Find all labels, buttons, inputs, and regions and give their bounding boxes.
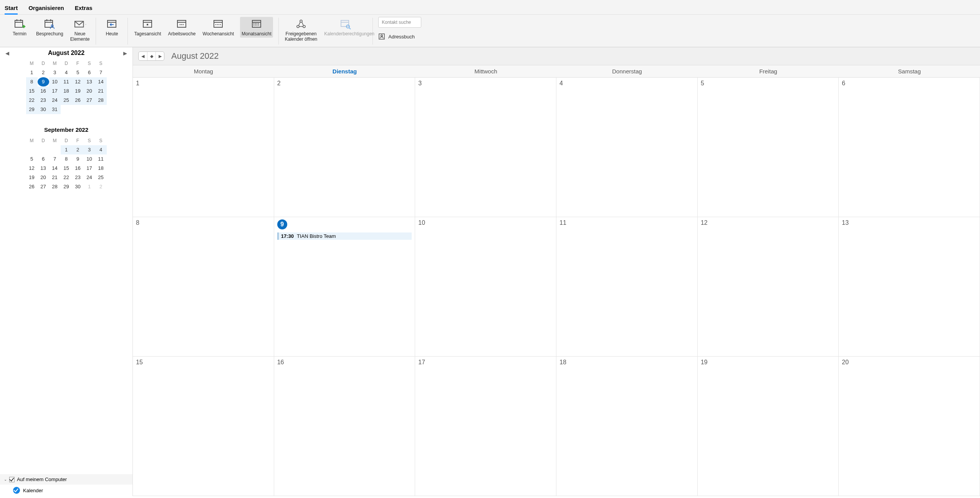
mini-day[interactable]: 27: [84, 96, 95, 105]
mini-day[interactable]: 29: [61, 182, 72, 191]
mini-day[interactable]: 1: [61, 145, 72, 154]
mini-day[interactable]: 17: [49, 86, 61, 96]
tab-start[interactable]: Start: [5, 3, 18, 14]
mini-day[interactable]: 11: [95, 154, 107, 164]
day-cell[interactable]: 1: [133, 78, 274, 217]
mini-day[interactable]: 3: [49, 68, 61, 77]
tab-extras[interactable]: Extras: [75, 3, 93, 14]
day-cell[interactable]: 12: [698, 217, 839, 357]
mini-day[interactable]: 8: [26, 77, 38, 86]
week-view-button[interactable]: Wochenansicht: [202, 17, 235, 38]
mini-day[interactable]: 24: [49, 96, 61, 105]
mini-day[interactable]: 16: [38, 86, 49, 96]
mini-day[interactable]: 5: [72, 68, 84, 77]
day-cell[interactable]: 15: [133, 357, 274, 496]
mini-day[interactable]: 1: [26, 68, 38, 77]
mini-day[interactable]: 15: [26, 86, 38, 96]
mini-day[interactable]: 7: [95, 68, 107, 77]
mini-day[interactable]: 3: [84, 145, 95, 154]
day-cell[interactable]: 11: [556, 217, 698, 357]
day-cell[interactable]: 18: [556, 357, 698, 496]
prev-month-button[interactable]: ◀: [139, 52, 147, 60]
workweek-view-button[interactable]: Arbeitswoche: [167, 17, 196, 38]
day-cell[interactable]: 4: [556, 78, 698, 217]
mini-day[interactable]: 12: [26, 164, 38, 173]
mini-day[interactable]: 30: [38, 105, 49, 114]
mini-day[interactable]: 14: [49, 164, 61, 173]
mini-day[interactable]: 26: [72, 96, 84, 105]
today-button[interactable]: Heute: [101, 17, 122, 38]
day-cell[interactable]: 3: [415, 78, 556, 217]
mini-day[interactable]: 9: [72, 154, 84, 164]
calendar-group-checkbox[interactable]: [9, 477, 15, 482]
mini-day[interactable]: 13: [38, 164, 49, 173]
mini-day[interactable]: 15: [61, 164, 72, 173]
tab-organisieren[interactable]: Organisieren: [28, 3, 64, 14]
day-cell[interactable]: 6: [839, 78, 980, 217]
mini-prev-month-button[interactable]: ◀: [5, 50, 9, 56]
mini-day[interactable]: 21: [49, 173, 61, 182]
day-cell[interactable]: 10: [415, 217, 556, 357]
calendar-permissions-button[interactable]: Kalenderberechtigungen: [323, 17, 367, 38]
new-meeting-button[interactable]: Besprechung: [35, 17, 64, 38]
mini-day[interactable]: 2: [72, 145, 84, 154]
month-view-button[interactable]: Monatsansicht: [240, 17, 273, 38]
mini-day[interactable]: 2: [95, 182, 107, 191]
mini-day[interactable]: 14: [95, 77, 107, 86]
mini-day[interactable]: 27: [38, 182, 49, 191]
goto-today-button[interactable]: ◆: [147, 52, 156, 60]
mini-day[interactable]: 25: [61, 96, 72, 105]
day-cell[interactable]: 17: [415, 357, 556, 496]
mini-day[interactable]: 7: [49, 154, 61, 164]
contact-search-input[interactable]: Kontakt suche: [378, 17, 421, 28]
mini-day[interactable]: 30: [72, 182, 84, 191]
mini-day[interactable]: 31: [49, 105, 61, 114]
mini-day[interactable]: 1: [84, 182, 95, 191]
mini-day[interactable]: 28: [95, 96, 107, 105]
mini-day[interactable]: 17: [84, 164, 95, 173]
mini-day[interactable]: 23: [38, 96, 49, 105]
address-book-button[interactable]: Adressbuch: [378, 33, 415, 40]
mini-day[interactable]: 22: [26, 96, 38, 105]
day-cell[interactable]: 16: [274, 357, 416, 496]
mini-day[interactable]: 22: [61, 173, 72, 182]
mini-day[interactable]: 5: [26, 154, 38, 164]
mini-day[interactable]: 21: [95, 86, 107, 96]
mini-day[interactable]: 10: [49, 77, 61, 86]
day-view-button[interactable]: Tagesansicht: [133, 17, 162, 38]
day-cell[interactable]: 13: [839, 217, 980, 357]
mini-day[interactable]: 20: [84, 86, 95, 96]
mini-day[interactable]: 9: [38, 77, 49, 86]
mini-next-month-button[interactable]: ▶: [123, 50, 127, 56]
mini-day[interactable]: 23: [72, 173, 84, 182]
mini-day[interactable]: 2: [38, 68, 49, 77]
calendar-color-check-icon[interactable]: [13, 487, 20, 494]
calendar-group-my-computer[interactable]: ⌄ Auf meinem Computer: [0, 474, 132, 485]
mini-day[interactable]: 28: [49, 182, 61, 191]
new-appointment-button[interactable]: Termin: [9, 17, 30, 38]
mini-day[interactable]: 19: [26, 173, 38, 182]
day-cell[interactable]: 2: [274, 78, 416, 217]
mini-day[interactable]: 4: [95, 145, 107, 154]
mini-day[interactable]: 20: [38, 173, 49, 182]
mini-day[interactable]: 11: [61, 77, 72, 86]
mini-day[interactable]: 24: [84, 173, 95, 182]
calendar-item-kalender[interactable]: Kalender: [0, 485, 132, 496]
calendar-event[interactable]: 17:30TIAN Bistro Team: [277, 232, 412, 240]
mini-day[interactable]: 4: [61, 68, 72, 77]
mini-day[interactable]: 6: [84, 68, 95, 77]
mini-day[interactable]: 26: [26, 182, 38, 191]
mini-day[interactable]: 12: [72, 77, 84, 86]
day-cell[interactable]: 19: [698, 357, 839, 496]
new-items-button[interactable]: ⌄ Neue Elemente: [70, 17, 91, 43]
mini-day[interactable]: 6: [38, 154, 49, 164]
mini-day[interactable]: 25: [95, 173, 107, 182]
mini-day[interactable]: 16: [72, 164, 84, 173]
mini-day[interactable]: 19: [72, 86, 84, 96]
mini-day[interactable]: 29: [26, 105, 38, 114]
day-cell[interactable]: 5: [698, 78, 839, 217]
mini-day[interactable]: 18: [61, 86, 72, 96]
day-cell[interactable]: 917:30TIAN Bistro Team: [274, 217, 416, 357]
mini-day[interactable]: 18: [95, 164, 107, 173]
mini-day[interactable]: 13: [84, 77, 95, 86]
